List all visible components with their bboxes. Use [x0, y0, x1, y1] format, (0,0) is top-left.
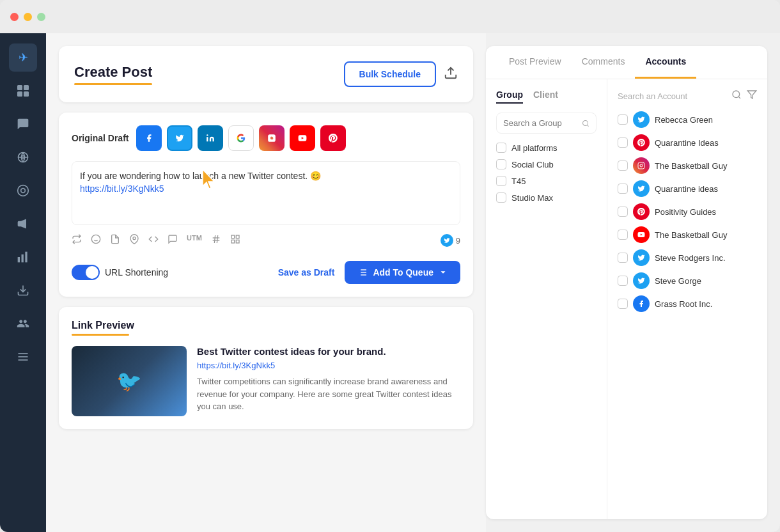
- accounts-search-row: Search an Account: [618, 90, 757, 102]
- svg-point-17: [207, 134, 208, 136]
- platform-instagram-button[interactable]: [259, 125, 285, 151]
- account-item-steve-gorge[interactable]: Steve Gorge: [618, 272, 757, 289]
- sidebar-item-analytics[interactable]: [9, 243, 37, 271]
- group-checkbox-social[interactable]: [496, 159, 506, 169]
- group-checkbox-all[interactable]: [496, 143, 506, 153]
- link-preview-title-block: Link Preview: [72, 320, 460, 336]
- sidebar-item-download[interactable]: [9, 276, 37, 304]
- sidebar-item-messages[interactable]: [9, 110, 37, 138]
- post-link[interactable]: https://bit.ly/3KgNkk5: [80, 184, 164, 194]
- platform-google-button[interactable]: [228, 125, 254, 151]
- close-dot[interactable]: [10, 13, 19, 21]
- create-post-header: Create Post Bulk Schedule: [74, 61, 458, 87]
- toolbar-hashtag-icon[interactable]: [211, 234, 221, 247]
- url-shortening-label: URL Shortening: [105, 267, 168, 278]
- account-checkbox-quarantine-twitter[interactable]: [618, 184, 628, 194]
- panel-body: Group Client All platforms: [486, 79, 767, 519]
- sidebar-item-dashboard[interactable]: [9, 77, 37, 105]
- account-name-steve-rodgers: Steve Rodgers Inc.: [655, 253, 726, 263]
- toolbar-comment-icon[interactable]: [168, 234, 178, 247]
- svg-rect-29: [231, 235, 235, 239]
- svg-line-42: [738, 97, 740, 98]
- export-button[interactable]: [444, 66, 458, 83]
- group-tab-client[interactable]: Client: [533, 90, 558, 104]
- svg-rect-11: [25, 252, 27, 263]
- platform-linkedin-button[interactable]: [198, 125, 223, 151]
- char-count: 9: [441, 234, 460, 247]
- account-item-positivity-guides[interactable]: Positivity Guides: [618, 203, 757, 220]
- account-checkbox-basketball-yt[interactable]: [618, 230, 628, 240]
- toolbar-file-icon[interactable]: [110, 234, 120, 247]
- account-item-basketball-yt[interactable]: The Basketball Guy: [618, 226, 757, 243]
- right-panel: Post Preview Comments Accounts Group Cli…: [486, 46, 767, 519]
- svg-rect-10: [22, 254, 24, 263]
- link-preview-image: 🐦: [72, 346, 187, 416]
- tab-accounts[interactable]: Accounts: [635, 46, 696, 79]
- account-item-rebecca[interactable]: Rebecca Green: [618, 111, 757, 128]
- bulk-schedule-button[interactable]: Bulk Schedule: [344, 61, 436, 87]
- link-preview-article-url[interactable]: https://bit.ly/3KgNkk5: [197, 361, 460, 370]
- platform-pinterest-button[interactable]: [320, 125, 346, 151]
- header-actions: Bulk Schedule: [344, 61, 458, 87]
- group-checkbox-studio[interactable]: [496, 192, 506, 203]
- svg-point-24: [133, 237, 136, 240]
- tab-post-preview[interactable]: Post Preview: [499, 46, 572, 79]
- toolbar-emoji-icon[interactable]: [91, 234, 101, 247]
- svg-point-45: [640, 164, 643, 167]
- minimize-dot[interactable]: [24, 13, 32, 21]
- platform-twitter-button[interactable]: [167, 125, 192, 151]
- toolbar-code-icon[interactable]: [148, 234, 159, 247]
- sidebar-item-megaphone[interactable]: [9, 210, 37, 238]
- tab-comments[interactable]: Comments: [572, 46, 636, 79]
- svg-point-39: [582, 120, 588, 125]
- account-item-basketball-guy-ig[interactable]: The Basketball Guy: [618, 157, 757, 174]
- svg-rect-31: [236, 240, 239, 243]
- sidebar-item-list[interactable]: [9, 343, 37, 371]
- account-checkbox-quarantine-ideas[interactable]: [618, 137, 628, 148]
- account-checkbox-grass-root[interactable]: [618, 299, 628, 309]
- account-item-quarantine-ideas[interactable]: Quarantine Ideas: [618, 134, 757, 151]
- account-name-quarantine-ideas: Quarantine Ideas: [655, 138, 719, 148]
- svg-point-41: [733, 91, 740, 98]
- group-item-all-platforms[interactable]: All platforms: [496, 143, 597, 153]
- url-shortening-toggle[interactable]: [72, 265, 100, 280]
- account-checkbox-rebecca[interactable]: [618, 114, 628, 125]
- group-item-studio-max[interactable]: Studio Max: [496, 192, 597, 203]
- group-checkbox-t45[interactable]: [496, 176, 506, 186]
- group-item-t45[interactable]: T45: [496, 176, 597, 186]
- platform-facebook-button[interactable]: [136, 125, 162, 151]
- accounts-filter-button[interactable]: [747, 90, 757, 102]
- content-area: Create Post Bulk Schedule: [46, 33, 486, 532]
- sidebar-item-home[interactable]: ✈: [9, 43, 37, 72]
- account-name-quarantine-twitter: Quarantine ideas: [655, 184, 718, 194]
- account-icon-steve-rodgers: [633, 249, 650, 266]
- sidebar-item-support[interactable]: [9, 176, 37, 205]
- sidebar-item-network[interactable]: [9, 143, 37, 171]
- group-label-t45: T45: [511, 176, 526, 186]
- account-checkbox-positivity[interactable]: [618, 207, 628, 217]
- group-item-social-club[interactable]: Social Club: [496, 159, 597, 169]
- svg-rect-0: [17, 85, 22, 90]
- toolbar-location-icon[interactable]: [129, 234, 139, 247]
- toolbar-grid-icon[interactable]: [230, 234, 240, 247]
- search-group-input[interactable]: [503, 118, 578, 128]
- post-text-area[interactable]: If you are wondering how to launch a new…: [72, 161, 460, 225]
- accounts-search-button[interactable]: [731, 90, 742, 102]
- account-item-grass-root[interactable]: Grass Root Inc.: [618, 295, 757, 312]
- account-checkbox-basketball-ig[interactable]: [618, 160, 628, 171]
- account-checkbox-steve-rodgers[interactable]: [618, 253, 628, 263]
- toolbar-utm-icon[interactable]: UTM: [187, 234, 202, 247]
- group-tab-group[interactable]: Group: [496, 90, 523, 104]
- add-to-queue-button[interactable]: Add To Queue: [345, 261, 460, 284]
- toolbar-icons: UTM: [72, 234, 240, 247]
- toolbar-retweet-icon[interactable]: [72, 234, 82, 247]
- svg-rect-2: [17, 91, 22, 97]
- account-checkbox-steve-gorge[interactable]: [618, 276, 628, 286]
- save-draft-button[interactable]: Save as Draft: [278, 267, 335, 278]
- account-item-steve-rodgers[interactable]: Steve Rodgers Inc.: [618, 249, 757, 266]
- account-name-steve-gorge: Steve Gorge: [655, 276, 701, 286]
- account-item-quarantine-twitter[interactable]: Quarantine ideas: [618, 180, 757, 197]
- platform-youtube-button[interactable]: [290, 125, 315, 151]
- maximize-dot[interactable]: [37, 13, 45, 21]
- sidebar-item-users[interactable]: [9, 309, 37, 338]
